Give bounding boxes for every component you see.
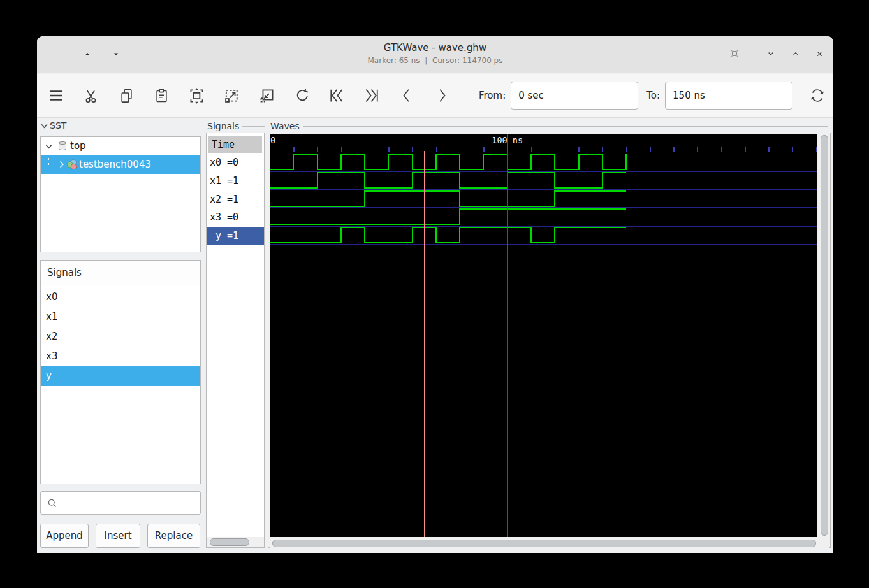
paste-button[interactable] [150,85,172,106]
sst-node-label: testbench0043 [79,159,151,170]
waves-legend: Waves [270,121,828,131]
signal-row-y[interactable]: y =1 [207,227,264,245]
search-icon [46,497,59,510]
waveform-svg: 0100 ns [270,134,817,537]
chevron-up-icon [790,48,801,62]
signal-browser-header: Signals [41,261,200,285]
scissors-icon [83,87,100,104]
signals-column-legend: Signals [207,121,265,131]
sst-node-testbench[interactable]: testbench0043 [41,155,200,174]
fullscreen-icon [728,47,741,62]
zoom-fit-icon [187,87,206,105]
clipboard-icon [153,87,170,104]
sst-node-label: top [70,140,86,152]
undo-button[interactable] [291,85,312,106]
waves-vscroll-track[interactable] [819,134,829,537]
reload-button[interactable] [807,85,828,106]
append-button[interactable]: Append [40,524,89,548]
signal-row-x0[interactable]: x0 =0 [207,154,264,172]
waveform-canvas[interactable]: 0100 ns [270,134,817,537]
waves-hscroll-track[interactable] [270,539,829,548]
from-input[interactable] [511,82,638,110]
skip-start-icon [327,86,346,105]
tree-branch-line [48,158,55,166]
window-title: GTKWave - wave.ghw [37,42,833,54]
module-spheres-icon [66,159,78,170]
fullscreen-button[interactable] [726,47,743,63]
menu-button[interactable] [45,85,67,106]
expander-right-icon[interactable] [59,161,64,168]
collapse-chevron-icon[interactable] [41,123,48,129]
toolbar: From: To: [37,74,833,118]
skip-to-start-button[interactable] [326,85,347,106]
insert-button[interactable]: Insert [96,524,140,548]
maximize-button[interactable] [787,47,804,63]
close-icon [814,48,825,62]
sst-tree: top testbench0043 [40,136,201,252]
zoom-out-full-button[interactable] [221,85,242,106]
reload-icon [808,87,826,104]
list-item-x2[interactable]: x2 [41,327,200,347]
signal-browser: Signals x0 x1 x2 x3 y [40,260,201,484]
chevron-left-icon [398,87,416,104]
database-cylinder-icon [57,141,68,151]
signal-row-x3[interactable]: x3 =0 [207,208,264,227]
skip-end-icon [362,86,381,105]
search-input[interactable] [62,498,200,509]
zoom-in-button[interactable] [256,85,277,106]
waves-panel: 0100 ns [268,133,831,548]
waves-vscroll-thumb[interactable] [821,135,828,536]
to-label: To: [646,90,660,101]
cut-button[interactable] [80,85,102,106]
undo-icon [293,87,310,104]
list-item-x0[interactable]: x0 [41,287,200,307]
zoom-in-icon [258,87,276,105]
step-left-button[interactable] [396,85,418,106]
titlebar: GTKWave - wave.ghw Marker: 65 ns | Curso… [37,36,833,73]
marker-cursor-status: Marker: 65 ns | Cursor: 114700 ps [37,56,833,65]
signal-search[interactable] [40,491,201,515]
svg-text:0: 0 [270,135,275,145]
list-item-x1[interactable]: x1 [41,307,200,327]
sst-node-top[interactable]: top [41,137,200,155]
chevron-right-icon [433,87,451,104]
chevron-down-icon [765,48,777,62]
zoom-out-icon [223,87,241,105]
copy-button[interactable] [115,85,137,106]
signals-hscroll-track[interactable] [207,537,264,547]
skip-to-end-button[interactable] [361,85,383,106]
to-input[interactable] [665,82,792,110]
signals-column: Time x0 =0 x1 =1 x2 =1 x3 =0 y =1 [206,133,265,548]
minimize-button[interactable] [763,47,779,63]
sst-legend: SST [41,120,79,131]
close-button[interactable] [811,47,828,63]
waves-hscroll-thumb[interactable] [272,540,816,547]
signal-row-x1[interactable]: x1 =1 [207,172,264,190]
zoom-fit-button[interactable] [186,85,207,106]
list-item-x3[interactable]: x3 [41,347,200,366]
gtkwave-window: GTKWave - wave.ghw Marker: 65 ns | Curso… [37,36,833,553]
signal-row-x2[interactable]: x2 =1 [207,190,264,209]
step-right-button[interactable] [431,85,453,106]
expander-down-icon[interactable] [45,143,52,149]
signals-hscroll-thumb[interactable] [210,538,249,546]
from-label: From: [479,90,506,101]
replace-button[interactable]: Replace [147,524,200,548]
time-column-header[interactable]: Time [208,136,262,153]
hamburger-menu-icon [47,86,66,105]
copy-icon [118,87,135,104]
list-item-y[interactable]: y [41,366,200,386]
